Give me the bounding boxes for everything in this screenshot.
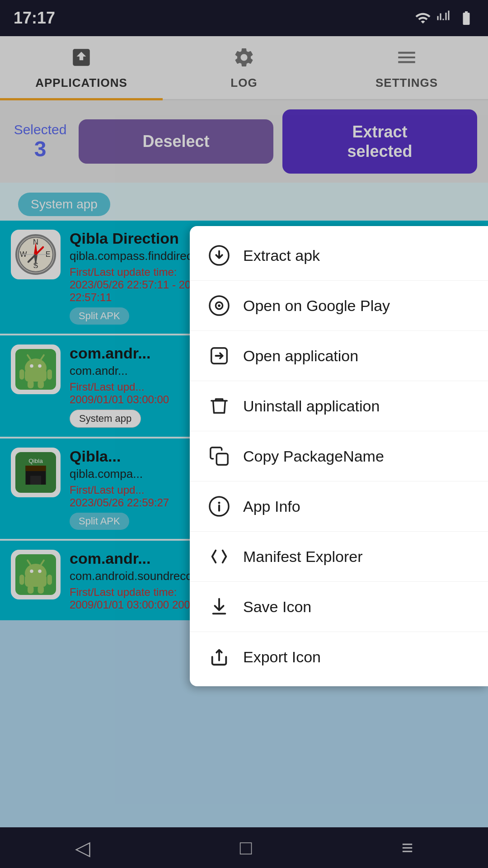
context-menu: Extract apk Open on Google Play Open app… [190,226,488,686]
save-icon-label: Save Icon [243,598,311,616]
manifest-icon [208,545,230,568]
svg-point-44 [218,502,221,504]
export-icon-icon [208,646,230,668]
svg-point-39 [218,304,221,307]
app-info-icon [208,495,230,518]
menu-item-open-application[interactable]: Open application [190,331,488,381]
export-icon-label: Export Icon [243,648,321,666]
menu-item-copy-package[interactable]: Copy PackageName [190,431,488,481]
svg-rect-41 [216,453,228,465]
copy-package-label: Copy PackageName [243,448,384,465]
open-application-icon [208,344,230,367]
save-icon-icon [208,595,230,618]
menu-item-open-google-play[interactable]: Open on Google Play [190,281,488,331]
menu-item-save-icon[interactable]: Save Icon [190,582,488,632]
manifest-label: Manifest Explorer [243,548,363,566]
open-google-play-label: Open on Google Play [243,297,390,315]
menu-item-uninstall[interactable]: Uninstall application [190,381,488,431]
menu-item-app-info[interactable]: App Info [190,481,488,532]
menu-item-extract-apk[interactable]: Extract apk [190,231,488,281]
menu-item-manifest[interactable]: Manifest Explorer [190,532,488,582]
open-application-label: Open application [243,347,358,365]
extract-apk-icon [208,244,230,267]
app-info-label: App Info [243,498,300,515]
open-google-play-icon [208,294,230,317]
uninstall-icon [208,395,230,417]
uninstall-label: Uninstall application [243,397,380,415]
copy-package-icon [208,445,230,467]
menu-item-export-icon[interactable]: Export Icon [190,632,488,682]
extract-apk-label: Extract apk [243,247,320,264]
